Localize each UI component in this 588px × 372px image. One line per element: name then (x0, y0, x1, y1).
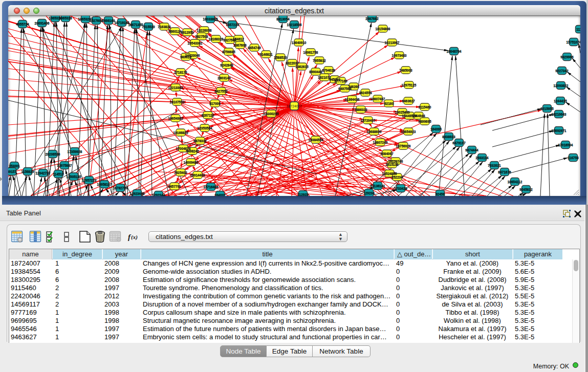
svg-text:19654983: 19654983 (168, 117, 183, 120)
svg-text:129234: 129234 (363, 191, 375, 195)
svg-text:13524855: 13524855 (382, 172, 397, 176)
svg-text:14009489: 14009489 (184, 161, 199, 164)
svg-text:7485003: 7485003 (399, 69, 412, 72)
svg-text:18756928: 18756928 (396, 144, 411, 148)
svg-text:8454749: 8454749 (248, 46, 261, 50)
svg-text:7955812: 7955812 (313, 59, 326, 62)
svg-text:8878332: 8878332 (193, 139, 207, 143)
svg-text:1292344: 1292344 (152, 193, 165, 196)
svg-text:14136141: 14136141 (371, 184, 385, 188)
svg-text:817006: 817006 (209, 102, 221, 105)
svg-text:7515520: 7515520 (142, 25, 155, 29)
svg-text:15720407: 15720407 (361, 119, 376, 122)
svg-text:9777169: 9777169 (334, 79, 347, 83)
svg-text:10025433: 10025433 (395, 111, 410, 114)
svg-text:253001: 253001 (9, 164, 20, 168)
svg-text:62160: 62160 (384, 102, 394, 105)
svg-text:9146821: 9146821 (259, 53, 273, 56)
svg-text:7625402: 7625402 (174, 171, 187, 174)
svg-text:20691406: 20691406 (35, 21, 50, 25)
svg-text:10807487: 10807487 (371, 97, 385, 101)
svg-text:17004678: 17004678 (176, 147, 191, 150)
svg-text:17016504: 17016504 (558, 143, 573, 147)
svg-text:9084067: 9084067 (380, 152, 394, 156)
svg-text:9329966: 9329966 (560, 55, 574, 59)
svg-text:18724007: 18724007 (287, 104, 302, 108)
svg-text:8215955: 8215955 (540, 107, 554, 111)
svg-text:16154808: 16154808 (376, 27, 390, 31)
svg-text:17957223: 17957223 (82, 179, 97, 182)
svg-text:2367608: 2367608 (233, 43, 247, 47)
svg-text:15751074: 15751074 (567, 40, 580, 44)
svg-text:33975887: 33975887 (57, 164, 72, 167)
svg-text:10719185: 10719185 (115, 21, 129, 25)
svg-text:10973483: 10973483 (392, 54, 407, 57)
svg-text:21364436: 21364436 (345, 98, 360, 101)
svg-text:2933114: 2933114 (476, 156, 489, 160)
svg-text:8938923: 8938923 (442, 135, 455, 139)
svg-text:39157: 39157 (8, 170, 16, 173)
svg-text:2803144: 2803144 (217, 76, 231, 80)
svg-text:20206536: 20206536 (46, 152, 60, 156)
svg-text:8322037: 8322037 (286, 61, 299, 65)
svg-text:154612: 154612 (233, 37, 244, 41)
svg-text:3624554: 3624554 (359, 91, 372, 95)
svg-text:7357224: 7357224 (226, 23, 239, 27)
svg-text:7632621: 7632621 (488, 164, 501, 167)
svg-text:1615132: 1615132 (385, 163, 399, 166)
svg-text:12923448: 12923448 (130, 192, 145, 195)
svg-text:12942737: 12942737 (36, 171, 51, 175)
svg-text:10688609: 10688609 (367, 130, 382, 134)
svg-text:6479197: 6479197 (452, 141, 466, 145)
svg-text:9227342: 9227342 (555, 69, 569, 73)
svg-text:7886322: 7886322 (354, 108, 367, 112)
svg-text:15692971: 15692971 (552, 129, 567, 133)
svg-text:8471676: 8471676 (498, 170, 511, 174)
svg-text:8912950: 8912950 (181, 31, 194, 34)
svg-text:10543382: 10543382 (188, 41, 203, 45)
svg-text:164095: 164095 (430, 127, 442, 131)
svg-text:8813054: 8813054 (276, 17, 290, 21)
svg-text:6466160: 6466160 (102, 19, 115, 23)
svg-text:12213363: 12213363 (168, 86, 183, 90)
svg-text:9827503: 9827503 (195, 35, 208, 38)
svg-text:8660124: 8660124 (168, 30, 182, 33)
svg-text:16210643: 16210643 (552, 113, 567, 116)
svg-text:18168328: 18168328 (209, 37, 224, 41)
svg-text:16782759: 16782759 (113, 186, 128, 190)
svg-text:114513: 114513 (53, 172, 64, 176)
svg-text:8990448: 8990448 (309, 70, 322, 74)
svg-text:1588520: 1588520 (274, 56, 287, 59)
svg-text:12975125: 12975125 (402, 83, 417, 87)
svg-text:1527602: 1527602 (90, 19, 103, 23)
svg-text:13640910: 13640910 (292, 41, 307, 45)
svg-text:92456: 92456 (435, 192, 445, 196)
svg-text:6497568: 6497568 (338, 87, 352, 91)
svg-text:18300295: 18300295 (264, 112, 279, 116)
svg-text:7163822: 7163822 (158, 25, 171, 29)
svg-text:9457791: 9457791 (168, 185, 181, 188)
svg-text:9115460: 9115460 (419, 105, 431, 109)
svg-text:8427552: 8427552 (214, 90, 228, 93)
svg-text:9899695: 9899695 (418, 120, 431, 123)
svg-text:8267110: 8267110 (202, 114, 214, 117)
svg-text:19218506: 19218506 (287, 23, 302, 27)
svg-text:16033809: 16033809 (203, 17, 218, 21)
svg-text:1733426: 1733426 (394, 187, 407, 190)
svg-text:12353584: 12353584 (198, 126, 212, 130)
svg-text:15716485: 15716485 (204, 185, 219, 189)
svg-text:6794028: 6794028 (322, 69, 335, 72)
svg-text:13654923: 13654923 (401, 130, 416, 134)
svg-text:4055724: 4055724 (16, 23, 29, 26)
svg-text:116753: 116753 (568, 156, 579, 160)
svg-text:19166825: 19166825 (173, 131, 188, 135)
svg-text:10654112: 10654112 (508, 180, 522, 184)
svg-text:8756685: 8756685 (222, 50, 235, 54)
svg-text:983610: 983610 (180, 55, 191, 59)
svg-text:184032: 184032 (214, 193, 226, 196)
svg-text:12093822: 12093822 (554, 84, 569, 87)
svg-text:1362615: 1362615 (295, 65, 309, 69)
svg-text:9463627: 9463627 (402, 99, 415, 103)
svg-text:16648784: 16648784 (447, 50, 462, 53)
svg-text:112923: 112923 (297, 193, 309, 196)
